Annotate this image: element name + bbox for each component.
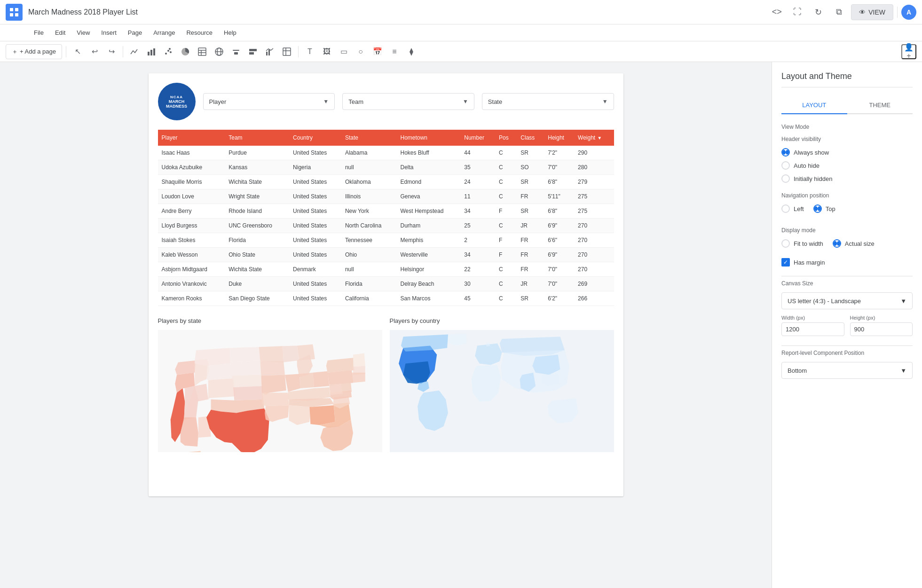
has-margin-option[interactable]: ✓ Has margin xyxy=(781,258,913,267)
menu-edit[interactable]: Edit xyxy=(49,27,71,38)
svg-rect-3 xyxy=(15,13,18,16)
bullet-chart-icon[interactable] xyxy=(245,44,260,59)
auto-hide-option[interactable]: Auto hide xyxy=(781,161,913,170)
circle-icon[interactable]: ○ xyxy=(353,44,368,59)
user-avatar[interactable]: A xyxy=(901,5,916,20)
main-content: NCAA MARCH MADNESS Player ▼ Team ▼ State… xyxy=(0,62,922,588)
col-class[interactable]: Class xyxy=(517,130,544,146)
scatter-chart-icon[interactable] xyxy=(161,44,176,59)
top-option[interactable]: Top xyxy=(813,204,835,213)
canvas-size-dropdown[interactable]: US letter (4:3) - Landscape ▼ xyxy=(781,292,913,309)
add-collaborator-button[interactable]: 👤+ xyxy=(901,44,916,59)
table-cell: FR xyxy=(517,233,544,248)
table-cell: Ohio xyxy=(341,248,397,262)
team-filter[interactable]: Team ▼ xyxy=(342,93,474,110)
menu-file[interactable]: File xyxy=(28,27,49,38)
state-filter[interactable]: State ▼ xyxy=(482,93,614,110)
table-cell: North Carolina xyxy=(341,219,397,233)
top-radio[interactable] xyxy=(813,204,822,213)
table-cell: Alabama xyxy=(341,146,397,160)
ncaa-logo: NCAA MARCH MADNESS xyxy=(158,83,196,120)
svg-rect-0 xyxy=(10,8,13,11)
map-icon[interactable] xyxy=(212,44,227,59)
us-map xyxy=(158,330,382,452)
menu-resource[interactable]: Resource xyxy=(181,27,218,38)
menu-help[interactable]: Help xyxy=(218,27,242,38)
view-button[interactable]: 👁 VIEW xyxy=(851,4,893,20)
col-number[interactable]: Number xyxy=(460,130,495,146)
table-cell: UNC Greensboro xyxy=(225,219,289,233)
copy-icon[interactable]: ⧉ xyxy=(830,4,847,21)
menu-view[interactable]: View xyxy=(71,27,95,38)
toolbar-divider-2 xyxy=(123,46,123,57)
col-hometown[interactable]: Hometown xyxy=(396,130,460,146)
data-icon[interactable]: ⧫ xyxy=(404,44,419,59)
height-value[interactable]: 900 xyxy=(850,322,913,336)
scorecard-icon[interactable] xyxy=(229,44,244,59)
nav-position-label: Navigation position xyxy=(781,192,913,199)
line-chart-icon[interactable] xyxy=(127,44,142,59)
pie-chart-icon[interactable] xyxy=(178,44,193,59)
has-margin-checkbox[interactable]: ✓ xyxy=(781,258,790,267)
panel-title: Layout and Theme xyxy=(781,71,913,87)
code-icon[interactable]: <> xyxy=(768,4,785,21)
width-value[interactable]: 1200 xyxy=(781,322,844,336)
fit-to-width-radio[interactable] xyxy=(781,239,790,248)
svg-marker-46 xyxy=(260,361,284,376)
radio-dot-actual xyxy=(834,241,837,246)
radio-dot xyxy=(782,150,786,155)
actual-size-radio[interactable] xyxy=(833,239,841,248)
col-state[interactable]: State xyxy=(341,130,397,146)
add-page-button[interactable]: ＋ + Add a page xyxy=(6,44,62,59)
image-icon[interactable]: 🖼 xyxy=(319,44,334,59)
menu-page[interactable]: Page xyxy=(122,27,148,38)
col-team[interactable]: Team xyxy=(225,130,289,146)
table-cell: United States xyxy=(289,189,341,204)
add-page-label: + Add a page xyxy=(20,48,56,55)
pivot-icon[interactable] xyxy=(279,44,294,59)
actual-size-option[interactable]: Actual size xyxy=(833,239,875,248)
undo-button[interactable]: ↩ xyxy=(87,44,102,59)
table-icon[interactable] xyxy=(195,44,210,59)
left-option[interactable]: Left xyxy=(781,204,804,213)
table-cell: Purdue xyxy=(225,146,289,160)
filter-icon[interactable]: ≡ xyxy=(387,44,402,59)
always-show-radio[interactable] xyxy=(781,148,790,157)
bar-chart-icon[interactable] xyxy=(144,44,159,59)
plus-icon: ＋ xyxy=(12,47,18,56)
svg-point-10 xyxy=(169,48,171,50)
svg-rect-20 xyxy=(249,49,257,51)
col-height[interactable]: Height xyxy=(544,130,574,146)
table-cell: 30 xyxy=(460,277,495,291)
col-weight[interactable]: Weight xyxy=(574,130,614,146)
col-player[interactable]: Player xyxy=(158,130,225,146)
initially-hidden-radio[interactable] xyxy=(781,174,790,183)
text-icon[interactable]: T xyxy=(302,44,317,59)
table-cell: Westerville xyxy=(396,248,460,262)
svg-marker-39 xyxy=(229,347,260,362)
player-filter[interactable]: Player ▼ xyxy=(203,93,335,110)
initially-hidden-option[interactable]: Initially hidden xyxy=(781,174,913,183)
rectangle-icon[interactable]: ▭ xyxy=(336,44,351,59)
position-dropdown[interactable]: Bottom ▼ xyxy=(781,362,913,379)
col-pos[interactable]: Pos xyxy=(495,130,517,146)
fit-to-width-option[interactable]: Fit to width xyxy=(781,239,823,248)
left-radio[interactable] xyxy=(781,204,790,213)
combo-chart-icon[interactable] xyxy=(262,44,277,59)
tab-layout[interactable]: LAYOUT xyxy=(781,97,847,114)
table-row: Isaiah StokesFloridaUnited StatesTenness… xyxy=(158,233,614,248)
cursor-tool[interactable]: ↖ xyxy=(70,44,85,59)
always-show-option[interactable]: Always show xyxy=(781,148,913,157)
height-label: Height (px) xyxy=(850,315,913,321)
table-cell: Wichita State xyxy=(225,175,289,189)
fullscreen-icon[interactable]: ⛶ xyxy=(789,4,806,21)
table-cell: United States xyxy=(289,146,341,160)
refresh-icon[interactable]: ↻ xyxy=(810,4,827,21)
menu-insert[interactable]: Insert xyxy=(95,27,122,38)
auto-hide-radio[interactable] xyxy=(781,161,790,170)
menu-arrange[interactable]: Arrange xyxy=(148,27,181,38)
col-country[interactable]: Country xyxy=(289,130,341,146)
redo-button[interactable]: ↪ xyxy=(104,44,119,59)
tab-theme[interactable]: THEME xyxy=(847,97,913,113)
embed-icon[interactable]: 📅 xyxy=(370,44,385,59)
